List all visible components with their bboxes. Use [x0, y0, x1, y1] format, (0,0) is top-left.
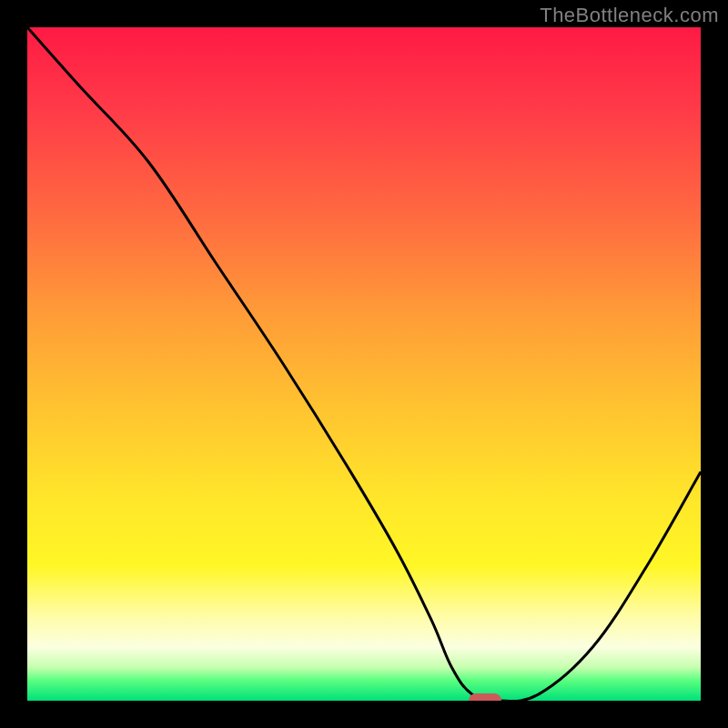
plot-area [27, 27, 701, 701]
bottleneck-curve-path [27, 27, 701, 701]
watermark-label: TheBottleneck.com [540, 4, 719, 27]
curve-svg [27, 27, 701, 701]
optimal-marker [469, 693, 501, 701]
chart-frame: TheBottleneck.com [0, 0, 728, 728]
